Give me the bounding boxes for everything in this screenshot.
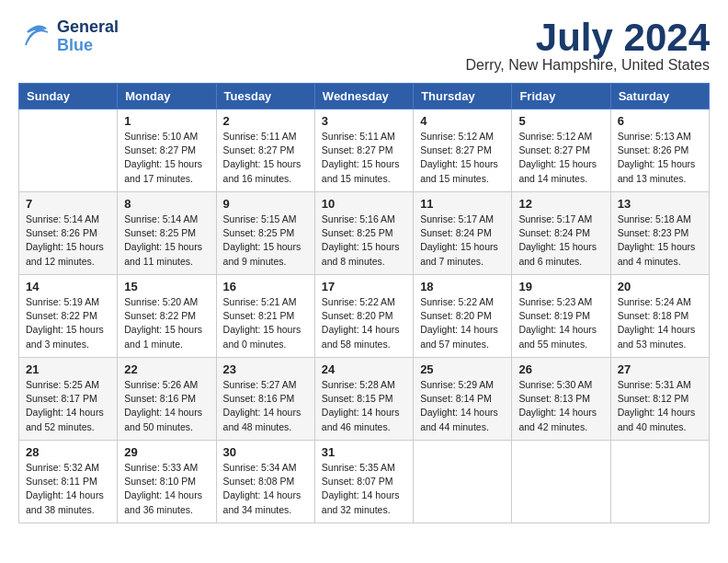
calendar-cell: 12Sunrise: 5:17 AM Sunset: 8:24 PM Dayli…: [512, 192, 610, 275]
day-info: Sunrise: 5:24 AM Sunset: 8:18 PM Dayligh…: [618, 295, 702, 351]
weekday-header-thursday: Thursday: [414, 84, 512, 109]
day-info: Sunrise: 5:18 AM Sunset: 8:23 PM Dayligh…: [618, 213, 702, 269]
calendar-cell: 20Sunrise: 5:24 AM Sunset: 8:18 PM Dayli…: [610, 275, 709, 358]
calendar-cell: 7Sunrise: 5:14 AM Sunset: 8:26 PM Daylig…: [19, 192, 118, 275]
day-info: Sunrise: 5:35 AM Sunset: 8:07 PM Dayligh…: [322, 461, 406, 517]
calendar-cell: [512, 441, 610, 523]
calendar-cell: 15Sunrise: 5:20 AM Sunset: 8:22 PM Dayli…: [118, 275, 216, 358]
day-info: Sunrise: 5:33 AM Sunset: 8:10 PM Dayligh…: [124, 461, 209, 517]
day-number: 29: [124, 445, 209, 459]
day-info: Sunrise: 5:12 AM Sunset: 8:27 PM Dayligh…: [518, 130, 603, 186]
day-info: Sunrise: 5:26 AM Sunset: 8:16 PM Dayligh…: [124, 378, 209, 434]
day-info: Sunrise: 5:34 AM Sunset: 8:08 PM Dayligh…: [223, 461, 308, 517]
calendar-cell: 31Sunrise: 5:35 AM Sunset: 8:07 PM Dayli…: [314, 441, 413, 523]
calendar-cell: 23Sunrise: 5:27 AM Sunset: 8:16 PM Dayli…: [216, 358, 314, 441]
logo: General Blue: [18, 18, 119, 55]
day-info: Sunrise: 5:31 AM Sunset: 8:12 PM Dayligh…: [618, 378, 702, 434]
day-number: 12: [518, 197, 603, 211]
calendar-cell: 30Sunrise: 5:34 AM Sunset: 8:08 PM Dayli…: [216, 441, 314, 523]
day-number: 4: [420, 114, 505, 128]
day-info: Sunrise: 5:25 AM Sunset: 8:17 PM Dayligh…: [26, 378, 110, 434]
day-info: Sunrise: 5:22 AM Sunset: 8:20 PM Dayligh…: [420, 295, 505, 351]
day-number: 1: [124, 114, 209, 128]
weekday-header-tuesday: Tuesday: [216, 84, 314, 109]
day-info: Sunrise: 5:20 AM Sunset: 8:22 PM Dayligh…: [124, 295, 209, 351]
day-info: Sunrise: 5:13 AM Sunset: 8:26 PM Dayligh…: [618, 130, 702, 186]
week-row-3: 14Sunrise: 5:19 AM Sunset: 8:22 PM Dayli…: [19, 275, 710, 358]
day-info: Sunrise: 5:10 AM Sunset: 8:27 PM Dayligh…: [124, 130, 209, 186]
day-info: Sunrise: 5:11 AM Sunset: 8:27 PM Dayligh…: [322, 130, 406, 186]
weekday-header-friday: Friday: [512, 84, 610, 109]
week-row-5: 28Sunrise: 5:32 AM Sunset: 8:11 PM Dayli…: [19, 441, 710, 523]
calendar-cell: [610, 441, 709, 523]
day-info: Sunrise: 5:16 AM Sunset: 8:25 PM Dayligh…: [322, 213, 406, 269]
day-number: 25: [420, 362, 505, 376]
weekday-header-wednesday: Wednesday: [314, 84, 413, 109]
day-info: Sunrise: 5:29 AM Sunset: 8:14 PM Dayligh…: [420, 378, 505, 434]
day-number: 3: [322, 114, 406, 128]
day-number: 30: [223, 445, 308, 459]
day-info: Sunrise: 5:32 AM Sunset: 8:11 PM Dayligh…: [26, 461, 110, 517]
logo-blue: Blue: [57, 37, 119, 55]
day-info: Sunrise: 5:12 AM Sunset: 8:27 PM Dayligh…: [420, 130, 505, 186]
day-number: 7: [26, 197, 110, 211]
day-number: 16: [223, 280, 308, 293]
day-number: 18: [420, 280, 505, 293]
day-number: 6: [618, 114, 702, 128]
calendar-cell: 13Sunrise: 5:18 AM Sunset: 8:23 PM Dayli…: [610, 192, 709, 275]
logo-text: General Blue: [57, 18, 119, 55]
weekday-header-monday: Monday: [118, 84, 216, 109]
calendar-cell: [414, 441, 512, 523]
day-info: Sunrise: 5:14 AM Sunset: 8:26 PM Dayligh…: [26, 213, 110, 269]
day-number: 31: [322, 445, 406, 459]
week-row-2: 7Sunrise: 5:14 AM Sunset: 8:26 PM Daylig…: [19, 192, 710, 275]
day-info: Sunrise: 5:27 AM Sunset: 8:16 PM Dayligh…: [223, 378, 308, 434]
day-number: 11: [420, 197, 505, 211]
day-number: 20: [618, 280, 702, 293]
day-number: 26: [518, 362, 603, 376]
day-info: Sunrise: 5:15 AM Sunset: 8:25 PM Dayligh…: [223, 213, 308, 269]
calendar-cell: 22Sunrise: 5:26 AM Sunset: 8:16 PM Dayli…: [118, 358, 216, 441]
calendar-cell: 26Sunrise: 5:30 AM Sunset: 8:13 PM Dayli…: [512, 358, 610, 441]
calendar-cell: 3Sunrise: 5:11 AM Sunset: 8:27 PM Daylig…: [314, 109, 413, 192]
calendar-cell: 16Sunrise: 5:21 AM Sunset: 8:21 PM Dayli…: [216, 275, 314, 358]
calendar-cell: 10Sunrise: 5:16 AM Sunset: 8:25 PM Dayli…: [314, 192, 413, 275]
day-number: 15: [124, 280, 209, 293]
calendar-cell: 4Sunrise: 5:12 AM Sunset: 8:27 PM Daylig…: [414, 109, 512, 192]
day-info: Sunrise: 5:17 AM Sunset: 8:24 PM Dayligh…: [420, 213, 505, 269]
calendar-cell: 2Sunrise: 5:11 AM Sunset: 8:27 PM Daylig…: [216, 109, 314, 192]
logo-general: General: [57, 18, 119, 37]
day-number: 22: [124, 362, 209, 376]
month-title: July 2024: [465, 18, 710, 57]
calendar-table: SundayMondayTuesdayWednesdayThursdayFrid…: [18, 83, 710, 523]
day-number: 10: [322, 197, 406, 211]
day-info: Sunrise: 5:30 AM Sunset: 8:13 PM Dayligh…: [518, 378, 603, 434]
day-number: 2: [223, 114, 308, 128]
day-number: 19: [518, 280, 603, 293]
calendar-cell: 29Sunrise: 5:33 AM Sunset: 8:10 PM Dayli…: [118, 441, 216, 523]
day-info: Sunrise: 5:28 AM Sunset: 8:15 PM Dayligh…: [322, 378, 406, 434]
calendar-cell: 27Sunrise: 5:31 AM Sunset: 8:12 PM Dayli…: [610, 358, 709, 441]
calendar-cell: 11Sunrise: 5:17 AM Sunset: 8:24 PM Dayli…: [414, 192, 512, 275]
calendar-cell: 1Sunrise: 5:10 AM Sunset: 8:27 PM Daylig…: [118, 109, 216, 192]
calendar-cell: 24Sunrise: 5:28 AM Sunset: 8:15 PM Dayli…: [314, 358, 413, 441]
day-number: 9: [223, 197, 308, 211]
day-number: 28: [26, 445, 110, 459]
day-number: 27: [618, 362, 702, 376]
day-info: Sunrise: 5:14 AM Sunset: 8:25 PM Dayligh…: [124, 213, 209, 269]
calendar-cell: 28Sunrise: 5:32 AM Sunset: 8:11 PM Dayli…: [19, 441, 118, 523]
day-info: Sunrise: 5:17 AM Sunset: 8:24 PM Dayligh…: [518, 213, 603, 269]
day-info: Sunrise: 5:19 AM Sunset: 8:22 PM Dayligh…: [26, 295, 110, 351]
calendar-cell: [19, 109, 118, 192]
day-info: Sunrise: 5:23 AM Sunset: 8:19 PM Dayligh…: [518, 295, 603, 351]
weekday-header-sunday: Sunday: [19, 84, 118, 109]
day-number: 17: [322, 280, 406, 293]
title-area: July 2024 Derry, New Hampshire, United S…: [465, 18, 710, 74]
calendar-cell: 25Sunrise: 5:29 AM Sunset: 8:14 PM Dayli…: [414, 358, 512, 441]
week-row-1: 1Sunrise: 5:10 AM Sunset: 8:27 PM Daylig…: [19, 109, 710, 192]
calendar-cell: 9Sunrise: 5:15 AM Sunset: 8:25 PM Daylig…: [216, 192, 314, 275]
week-row-4: 21Sunrise: 5:25 AM Sunset: 8:17 PM Dayli…: [19, 358, 710, 441]
day-number: 8: [124, 197, 209, 211]
calendar-cell: 21Sunrise: 5:25 AM Sunset: 8:17 PM Dayli…: [19, 358, 118, 441]
location-title: Derry, New Hampshire, United States: [465, 57, 710, 74]
